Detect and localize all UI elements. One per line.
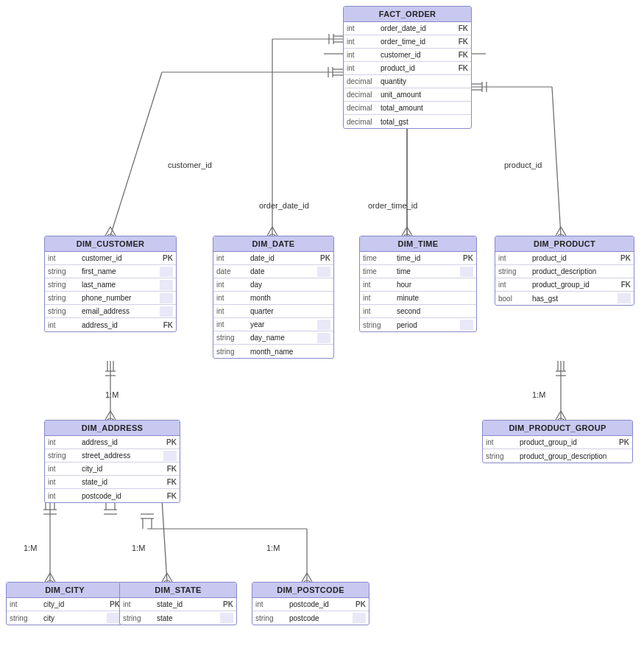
svg-line-26: [407, 227, 412, 236]
label-1m-state: 1:M: [132, 544, 145, 552]
table-row: int postcode_id PK: [252, 598, 369, 611]
svg-line-77: [167, 573, 172, 582]
svg-line-2: [105, 227, 110, 236]
svg-line-85: [302, 573, 307, 582]
table-row: int hour: [360, 278, 476, 292]
table-row: string email_address: [45, 305, 176, 318]
table-row: string first_name: [45, 265, 176, 278]
table-row: string last_name: [45, 278, 176, 292]
svg-line-67: [45, 573, 50, 582]
label-order-time-id: order_time_id: [368, 201, 417, 210]
table-row: int month: [213, 292, 333, 305]
table-dim-customer: DIM_CUSTOMER int customer_id PK string f…: [44, 236, 177, 332]
table-row: decimal total_gst: [344, 115, 471, 128]
table-row: string product_group_description: [483, 449, 632, 463]
label-customer-id: customer_id: [168, 161, 212, 169]
table-dim-date-header: DIM_DATE: [213, 236, 333, 252]
label-order-date-id: order_date_id: [259, 201, 309, 210]
table-dim-time: DIM_TIME time time_id PK time time int h…: [359, 236, 477, 332]
svg-line-34: [556, 227, 561, 236]
table-row: int state_id PK: [120, 598, 236, 611]
table-row: int product_id FK: [344, 62, 471, 75]
table-row: int product_group_id FK: [495, 278, 634, 292]
table-dim-postcode-header: DIM_POSTCODE: [252, 583, 369, 598]
table-dim-product-header: DIM_PRODUCT: [495, 236, 634, 252]
table-row: int minute: [360, 292, 476, 305]
table-row: int state_id FK: [45, 476, 180, 489]
svg-line-71: [162, 499, 167, 582]
table-row: int year: [213, 318, 333, 331]
table-row: int customer_id FK: [344, 49, 471, 62]
table-row: int second: [360, 305, 476, 318]
table-dim-state-header: DIM_STATE: [120, 583, 236, 598]
svg-line-86: [307, 573, 312, 582]
svg-line-59: [561, 411, 566, 420]
label-1m-customer: 1:M: [105, 390, 118, 399]
table-dim-customer-header: DIM_CUSTOMER: [45, 236, 176, 252]
table-row: int address_id PK: [45, 436, 180, 449]
table-dim-time-header: DIM_TIME: [360, 236, 476, 252]
table-dim-city: DIM_CITY int city_id PK string city: [6, 582, 124, 625]
table-dim-postcode: DIM_POSTCODE int postcode_id PK string p…: [252, 582, 369, 625]
svg-line-68: [50, 573, 55, 582]
svg-line-11: [267, 227, 272, 236]
table-row: string phone_number: [45, 292, 176, 305]
table-row: int postcode_id FK: [45, 489, 180, 502]
svg-line-51: [110, 411, 116, 420]
svg-line-1: [110, 72, 162, 236]
label-product-id: product_id: [504, 161, 542, 169]
table-row: string day_name: [213, 331, 333, 345]
svg-line-3: [110, 227, 116, 236]
table-row: int order_time_id FK: [344, 35, 471, 49]
svg-line-35: [561, 227, 566, 236]
table-row: int date_id PK: [213, 252, 333, 265]
table-row: int address_id FK: [45, 318, 176, 331]
table-dim-address-header: DIM_ADDRESS: [45, 421, 180, 436]
table-fact-order-header: FACT_ORDER: [344, 7, 471, 22]
svg-line-58: [556, 411, 561, 420]
svg-line-33: [552, 87, 561, 236]
table-dim-product: DIM_PRODUCT int product_id PK string pro…: [495, 236, 634, 306]
table-dim-city-header: DIM_CITY: [7, 583, 123, 598]
table-row: date date: [213, 265, 333, 278]
table-row: string month_name: [213, 345, 333, 358]
table-dim-address: DIM_ADDRESS int address_id PK string str…: [44, 420, 180, 503]
svg-line-50: [105, 411, 110, 420]
table-row: int day: [213, 278, 333, 292]
label-1m-product: 1:M: [532, 390, 545, 399]
table-row: time time: [360, 265, 476, 278]
table-row: bool has_gst: [495, 292, 634, 305]
table-row: decimal quantity: [344, 75, 471, 88]
label-1m-city: 1:M: [24, 544, 37, 552]
table-fact-order: FACT_ORDER int order_date_id FK int orde…: [343, 6, 472, 129]
table-row: int customer_id PK: [45, 252, 176, 265]
table-dim-product-group-header: DIM_PRODUCT_GROUP: [483, 421, 632, 436]
table-row: string city: [7, 611, 123, 625]
table-row: time time_id PK: [360, 252, 476, 265]
svg-line-12: [272, 227, 277, 236]
table-row: decimal total_amount: [344, 102, 471, 115]
erd-diagram: FACT_ORDER int order_date_id FK int orde…: [0, 0, 644, 668]
table-row: string postcode: [252, 611, 369, 625]
svg-line-76: [162, 573, 167, 582]
table-row: int product_group_id PK: [483, 436, 632, 449]
table-row: string period: [360, 318, 476, 331]
table-row: decimal unit_amount: [344, 88, 471, 102]
table-row: int city_id FK: [45, 463, 180, 476]
table-row: int city_id PK: [7, 598, 123, 611]
table-row: string street_address: [45, 449, 180, 463]
table-dim-product-group: DIM_PRODUCT_GROUP int product_group_id P…: [482, 420, 633, 463]
table-row: int product_id PK: [495, 252, 634, 265]
table-row: string product_description: [495, 265, 634, 278]
svg-line-25: [402, 227, 407, 236]
table-dim-state: DIM_STATE int state_id PK string state: [119, 582, 237, 625]
table-row: int order_date_id FK: [344, 22, 471, 35]
label-1m-postcode: 1:M: [266, 544, 280, 552]
table-row: string state: [120, 611, 236, 625]
table-row: int quarter: [213, 305, 333, 318]
table-dim-date: DIM_DATE int date_id PK date date int da…: [213, 236, 334, 359]
